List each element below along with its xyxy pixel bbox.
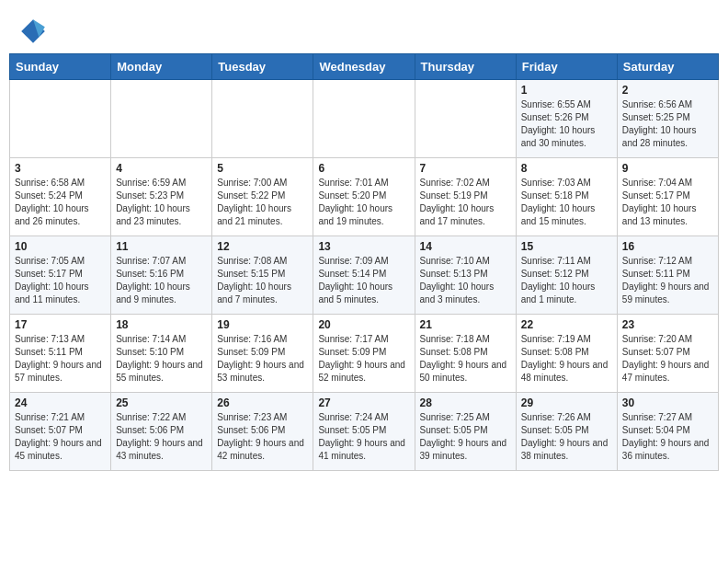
- day-number: 17: [15, 318, 106, 331]
- calendar-cell: 19Sunrise: 7:16 AM Sunset: 5:09 PM Dayli…: [212, 315, 313, 393]
- calendar-cell: 9Sunrise: 7:04 AM Sunset: 5:17 PM Daylig…: [617, 158, 718, 236]
- calendar-cell: 21Sunrise: 7:18 AM Sunset: 5:08 PM Dayli…: [415, 315, 516, 393]
- day-info: Sunrise: 7:07 AM Sunset: 5:16 PM Dayligh…: [116, 255, 207, 306]
- calendar-cell: 14Sunrise: 7:10 AM Sunset: 5:13 PM Dayli…: [415, 236, 516, 315]
- calendar-cell: 24Sunrise: 7:21 AM Sunset: 5:07 PM Dayli…: [10, 393, 111, 471]
- calendar-table: SundayMondayTuesdayWednesdayThursdayFrid…: [9, 53, 719, 471]
- day-info: Sunrise: 7:20 AM Sunset: 5:07 PM Dayligh…: [622, 333, 713, 385]
- calendar-cell: [415, 80, 516, 158]
- day-info: Sunrise: 7:16 AM Sunset: 5:09 PM Dayligh…: [217, 333, 308, 385]
- day-info: Sunrise: 6:56 AM Sunset: 5:25 PM Dayligh…: [622, 98, 713, 150]
- calendar-cell: [111, 80, 212, 158]
- calendar-header-row: SundayMondayTuesdayWednesdayThursdayFrid…: [10, 54, 719, 80]
- calendar-cell: 12Sunrise: 7:08 AM Sunset: 5:15 PM Dayli…: [212, 236, 313, 315]
- day-number: 7: [420, 162, 511, 175]
- calendar-cell: 25Sunrise: 7:22 AM Sunset: 5:06 PM Dayli…: [111, 393, 212, 471]
- calendar-cell: 2Sunrise: 6:56 AM Sunset: 5:25 PM Daylig…: [617, 80, 718, 158]
- calendar-cell: [10, 80, 111, 158]
- calendar-cell: 10Sunrise: 7:05 AM Sunset: 5:17 PM Dayli…: [10, 236, 111, 315]
- calendar-cell: 4Sunrise: 6:59 AM Sunset: 5:23 PM Daylig…: [111, 158, 212, 236]
- calendar-cell: 30Sunrise: 7:27 AM Sunset: 5:04 PM Dayli…: [617, 393, 718, 471]
- calendar-cell: 8Sunrise: 7:03 AM Sunset: 5:18 PM Daylig…: [516, 158, 617, 236]
- day-info: Sunrise: 7:23 AM Sunset: 5:06 PM Dayligh…: [217, 411, 308, 463]
- day-number: 3: [15, 162, 106, 175]
- day-info: Sunrise: 7:14 AM Sunset: 5:10 PM Dayligh…: [116, 333, 207, 385]
- weekday-header: Tuesday: [212, 54, 313, 80]
- calendar-cell: 13Sunrise: 7:09 AM Sunset: 5:14 PM Dayli…: [313, 236, 415, 315]
- day-info: Sunrise: 7:25 AM Sunset: 5:05 PM Dayligh…: [420, 411, 511, 463]
- calendar-cell: 26Sunrise: 7:23 AM Sunset: 5:06 PM Dayli…: [212, 393, 313, 471]
- day-number: 2: [622, 84, 713, 97]
- calendar-week-row: 3Sunrise: 6:58 AM Sunset: 5:24 PM Daylig…: [10, 158, 719, 236]
- day-number: 15: [521, 240, 612, 253]
- day-number: 20: [318, 318, 409, 331]
- weekday-header: Saturday: [617, 54, 718, 80]
- day-info: Sunrise: 7:27 AM Sunset: 5:04 PM Dayligh…: [622, 411, 713, 463]
- day-number: 14: [420, 240, 511, 253]
- weekday-header: Wednesday: [313, 54, 415, 80]
- calendar-cell: 22Sunrise: 7:19 AM Sunset: 5:08 PM Dayli…: [516, 315, 617, 393]
- weekday-header: Monday: [111, 54, 212, 80]
- day-info: Sunrise: 7:04 AM Sunset: 5:17 PM Dayligh…: [622, 177, 713, 228]
- calendar-cell: 1Sunrise: 6:55 AM Sunset: 5:26 PM Daylig…: [516, 80, 617, 158]
- day-info: Sunrise: 7:12 AM Sunset: 5:11 PM Dayligh…: [622, 255, 713, 306]
- day-number: 22: [521, 318, 612, 331]
- calendar-week-row: 10Sunrise: 7:05 AM Sunset: 5:17 PM Dayli…: [10, 236, 719, 315]
- day-info: Sunrise: 6:58 AM Sunset: 5:24 PM Dayligh…: [15, 177, 106, 228]
- calendar-cell: 27Sunrise: 7:24 AM Sunset: 5:05 PM Dayli…: [313, 393, 415, 471]
- page-header: [9, 9, 719, 46]
- day-info: Sunrise: 7:22 AM Sunset: 5:06 PM Dayligh…: [116, 411, 207, 463]
- day-info: Sunrise: 7:11 AM Sunset: 5:12 PM Dayligh…: [521, 255, 612, 306]
- calendar-cell: 29Sunrise: 7:26 AM Sunset: 5:05 PM Dayli…: [516, 393, 617, 471]
- calendar-week-row: 17Sunrise: 7:13 AM Sunset: 5:11 PM Dayli…: [10, 315, 719, 393]
- calendar-week-row: 1Sunrise: 6:55 AM Sunset: 5:26 PM Daylig…: [10, 80, 719, 158]
- day-number: 19: [217, 318, 308, 331]
- day-info: Sunrise: 7:08 AM Sunset: 5:15 PM Dayligh…: [217, 255, 308, 306]
- calendar-cell: 28Sunrise: 7:25 AM Sunset: 5:05 PM Dayli…: [415, 393, 516, 471]
- day-info: Sunrise: 6:59 AM Sunset: 5:23 PM Dayligh…: [116, 177, 207, 228]
- calendar-cell: 23Sunrise: 7:20 AM Sunset: 5:07 PM Dayli…: [617, 315, 718, 393]
- day-info: Sunrise: 7:10 AM Sunset: 5:13 PM Dayligh…: [420, 255, 511, 306]
- day-number: 23: [622, 318, 713, 331]
- day-number: 28: [420, 396, 511, 409]
- day-info: Sunrise: 7:05 AM Sunset: 5:17 PM Dayligh…: [15, 255, 106, 306]
- day-number: 4: [116, 162, 207, 175]
- day-number: 10: [15, 240, 106, 253]
- calendar-cell: 16Sunrise: 7:12 AM Sunset: 5:11 PM Dayli…: [617, 236, 718, 315]
- day-number: 6: [318, 162, 409, 175]
- day-info: Sunrise: 7:24 AM Sunset: 5:05 PM Dayligh…: [318, 411, 409, 463]
- day-info: Sunrise: 7:26 AM Sunset: 5:05 PM Dayligh…: [521, 411, 612, 463]
- day-number: 5: [217, 162, 308, 175]
- day-info: Sunrise: 7:03 AM Sunset: 5:18 PM Dayligh…: [521, 177, 612, 228]
- day-info: Sunrise: 7:02 AM Sunset: 5:19 PM Dayligh…: [420, 177, 511, 228]
- weekday-header: Sunday: [10, 54, 111, 80]
- calendar-cell: [313, 80, 415, 158]
- day-number: 24: [15, 396, 106, 409]
- calendar-cell: 18Sunrise: 7:14 AM Sunset: 5:10 PM Dayli…: [111, 315, 212, 393]
- day-info: Sunrise: 7:13 AM Sunset: 5:11 PM Dayligh…: [15, 333, 106, 385]
- day-number: 13: [318, 240, 409, 253]
- calendar-cell: 6Sunrise: 7:01 AM Sunset: 5:20 PM Daylig…: [313, 158, 415, 236]
- weekday-header: Friday: [516, 54, 617, 80]
- day-info: Sunrise: 7:21 AM Sunset: 5:07 PM Dayligh…: [15, 411, 106, 463]
- day-number: 9: [622, 162, 713, 175]
- day-info: Sunrise: 7:18 AM Sunset: 5:08 PM Dayligh…: [420, 333, 511, 385]
- day-number: 12: [217, 240, 308, 253]
- day-info: Sunrise: 7:19 AM Sunset: 5:08 PM Dayligh…: [521, 333, 612, 385]
- day-info: Sunrise: 7:17 AM Sunset: 5:09 PM Dayligh…: [318, 333, 409, 385]
- day-number: 8: [521, 162, 612, 175]
- calendar-cell: 15Sunrise: 7:11 AM Sunset: 5:12 PM Dayli…: [516, 236, 617, 315]
- day-info: Sunrise: 7:00 AM Sunset: 5:22 PM Dayligh…: [217, 177, 308, 228]
- calendar-cell: 7Sunrise: 7:02 AM Sunset: 5:19 PM Daylig…: [415, 158, 516, 236]
- calendar-cell: 5Sunrise: 7:00 AM Sunset: 5:22 PM Daylig…: [212, 158, 313, 236]
- calendar-cell: 17Sunrise: 7:13 AM Sunset: 5:11 PM Dayli…: [10, 315, 111, 393]
- day-number: 26: [217, 396, 308, 409]
- day-number: 21: [420, 318, 511, 331]
- day-number: 11: [116, 240, 207, 253]
- day-number: 16: [622, 240, 713, 253]
- logo-icon: [18, 17, 48, 46]
- calendar-week-row: 24Sunrise: 7:21 AM Sunset: 5:07 PM Dayli…: [10, 393, 719, 471]
- calendar-cell: [212, 80, 313, 158]
- day-number: 27: [318, 396, 409, 409]
- day-number: 1: [521, 84, 612, 97]
